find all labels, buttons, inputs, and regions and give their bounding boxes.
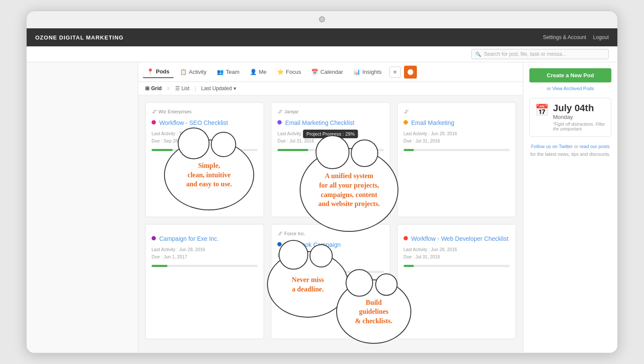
pod-progress-fill-2 [277,149,308,151]
grid-icon: ⊞ [145,85,149,91]
pod-progress-bar-6 [404,265,510,267]
activity-icon: 📋 [180,69,187,75]
clip-icon-1: 🖇 [152,109,157,115]
pod-progress-bar-3 [404,149,510,151]
device-camera [319,16,325,22]
pod-client-2: 🖇 Jamjar [277,109,383,115]
pod-dot-3 [404,120,408,124]
orange-action-button[interactable] [404,66,417,79]
tab-insights-label: Insights [362,69,382,75]
pod-meta-4: Last Activity : Jun 28, 2016 Due : Jun 1… [152,246,258,261]
focus-icon: ⭐ [277,69,284,75]
me-icon: 👤 [250,69,257,75]
last-updated-button[interactable]: Last Updated ▾ [201,85,236,91]
pod-title-2: Email Marketing Checklist [277,119,383,127]
tab-focus-label: Focus [286,69,301,75]
tab-calendar[interactable]: 📅 Calendar [307,66,347,78]
pod-dot-6 [404,236,408,240]
pod-progress-fill-3 [404,149,414,151]
content-area: 📍 Pods 📋 Activity 👥 Team 👤 Me [138,62,523,352]
pod-title-1: Workflow - SEO Checklist [152,119,258,127]
search-input-wrap[interactable]: 🔍 Search for pod, file, task or messa... [471,49,609,59]
cloud-text-4: Buildguidelines& checklists. [355,298,392,326]
chevron-down-icon: ▾ [234,85,236,91]
search-icon: 🔍 [475,52,481,57]
cloud-callout-3: A unified systemfor all your projects,ca… [300,148,398,232]
create-pod-button[interactable]: Create a New Pod [529,68,611,82]
pods-icon: 📍 [147,68,154,75]
cloud-text-3: A unified systemfor all your projects,ca… [318,171,380,208]
clip-icon-3: 🖇 [404,109,409,115]
left-sidebar [27,62,138,352]
pod-meta-3: Last Activity : Jun 29, 2016 Due : Jul 3… [404,130,510,145]
topbar: OZONE DIGITAL MARKETING Settings & Accou… [27,28,617,46]
device-frame: OZONE DIGITAL MARKETING Settings & Accou… [26,10,618,354]
calendar-info: July 04th Monday *Fight off distractions… [553,103,606,131]
tab-me-label: Me [259,69,267,75]
logout-link[interactable]: Logout [593,34,609,40]
device-screen: OZONE DIGITAL MARKETING Settings & Accou… [27,28,617,353]
pod-title-3: Email Marketing [404,119,510,127]
calendar-date: July 04th [553,103,606,113]
calendar-widget-icon: 📅 [535,103,549,117]
calendar-widget: 📅 July 04th Monday *Fight off distractio… [529,98,611,137]
pod-dot-1 [152,120,156,124]
tab-team[interactable]: 👥 Team [213,66,244,78]
tab-focus[interactable]: ⭐ Focus [273,66,305,78]
cloud-text-1: Simple,clean, intuitiveand easy to use. [186,161,232,189]
tab-pods[interactable]: 📍 Pods [143,66,174,78]
blog-link[interactable]: read our posts [580,144,610,149]
settings-link[interactable]: Settings & Account [543,34,586,40]
pod-dot-4 [152,236,156,240]
social-section: Follow us on Twitter or read our posts f… [529,143,611,158]
pod-progress-fill-4 [152,265,167,267]
clip-icon-5: 🖇 [277,231,283,237]
pod-card-3[interactable]: 🖇 Email Marketing Last Activity : Jun 29… [397,102,516,217]
tab-activity[interactable]: 📋 Activity [176,66,211,78]
pod-client-5: 🖇 Force Inc. [277,231,383,237]
list-icon: ☰ [175,85,180,91]
pod-card-4[interactable]: Campaign for Exe Inc. Last Activity : Ju… [145,224,264,339]
cloud-callout-4: Buildguidelines& checklists. [336,279,411,344]
add-tab-button[interactable]: + [389,67,401,78]
pod-client-1: 🖇 Wiz Enterprises [152,109,258,115]
twitter-link[interactable]: Follow us on Twitter [531,144,573,149]
pod-progress-bar-4 [152,265,258,267]
list-label: List [182,85,190,91]
pod-dot-2 [277,120,282,124]
brand-name: OZONE DIGITAL MARKETING [35,34,124,41]
view-separator: ≡ [167,85,170,91]
grid-label: Grid [151,85,162,91]
cloud-text-2: Never missa deadline. [292,275,324,294]
pod-title-4: Campaign for Exe Inc. [152,235,258,243]
topbar-right: Settings & Account Logout [543,34,609,40]
tab-activity-label: Activity [189,69,207,75]
search-placeholder: Search for pod, file, task or messa... [484,51,566,57]
main-content: 📍 Pods 📋 Activity 👥 Team 👤 Me [27,62,617,352]
view-archived-link[interactable]: View Archived Pods [552,86,594,91]
team-icon: 👥 [217,69,224,75]
pod-progress-fill-6 [404,265,414,267]
grid-view-button[interactable]: ⊞ Grid [145,85,162,91]
tab-team-label: Team [226,69,240,75]
svg-point-0 [407,69,413,75]
last-updated-label: Last Updated [201,85,232,91]
pod-card-6[interactable]: Workflow - Web Developer Checklist Last … [397,224,516,339]
calendar-note: *Fight off distractions. Filter the unin… [553,122,606,131]
calendar-icon: 📅 [311,69,318,75]
view-separator2: | [194,85,196,91]
pod-meta-6: Last Activity : Jun 28, 2016 Due : Jul 3… [404,246,510,261]
pod-client-3: 🖇 [404,109,510,115]
search-bar-area: 🔍 Search for pod, file, task or messa... [27,46,617,62]
tab-pods-label: Pods [156,68,170,75]
view-archived-section: or View Archived Pods [529,86,611,91]
tab-me[interactable]: 👤 Me [246,66,271,78]
clip-icon-2: 🖇 [277,109,283,115]
pin-icon [407,69,414,76]
pod-progress-fill-1 [152,149,173,151]
list-view-button[interactable]: ☰ List [175,85,190,91]
right-sidebar: Create a New Pod or View Archived Pods 📅… [523,62,617,352]
view-controls: ⊞ Grid ≡ ☰ List | Last Updated ▾ [138,82,523,95]
tab-nav: 📍 Pods 📋 Activity 👥 Team 👤 Me [138,62,523,82]
tab-insights[interactable]: 📊 Insights [349,66,386,78]
